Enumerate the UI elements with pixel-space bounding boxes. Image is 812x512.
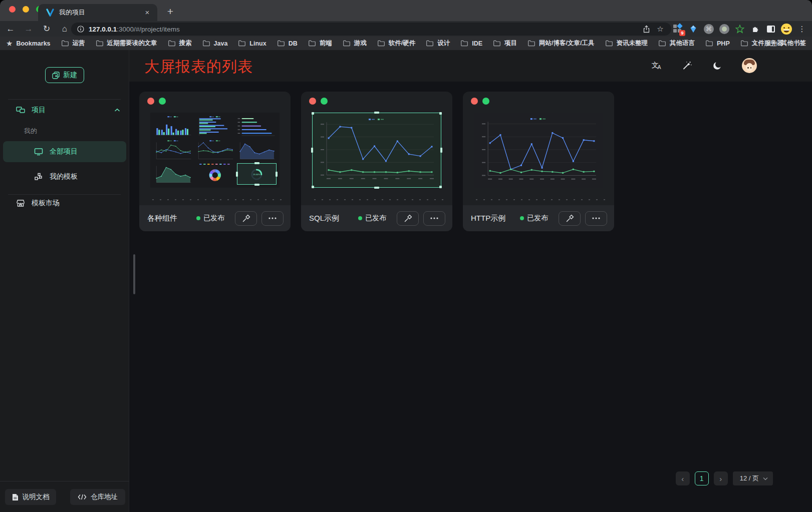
sidebar-item-all-projects[interactable]: 全部项目 [3,141,126,162]
record-extension-icon[interactable] [718,23,730,35]
bookmarks-divider [764,40,764,48]
bookmark-folder[interactable]: 设计 [426,39,450,48]
scrollbar-thumb[interactable] [133,254,135,294]
new-project-button[interactable]: 新建 [45,67,84,83]
bookmark-label: 游戏 [354,39,367,48]
bookmark-label: 近期需要读的文章 [107,39,157,48]
bookmark-folder[interactable]: 项目 [493,39,517,48]
edit-project-button[interactable] [235,211,257,226]
sidebar-item-my-templates[interactable]: 我的模板 [3,166,126,187]
edit-project-button[interactable] [397,211,419,226]
dark-mode-moon-icon[interactable] [711,60,723,72]
bookmark-folder[interactable]: 网站/博客/文章/工具 [527,39,594,48]
prev-page-button[interactable]: ‹ [676,471,690,485]
card-red-dot [471,98,478,105]
command-extension-icon[interactable]: ⌘ [703,23,715,35]
project-card[interactable]: SQL示例 已发布 [301,92,452,231]
other-bookmarks[interactable]: 其他书签 [769,39,806,48]
extensions-row: 9 ⌘ ⋮ [672,22,808,36]
repo-button[interactable]: 仓库地址 [70,489,125,505]
url-host: 127.0.0.1 [89,26,117,33]
edit-project-button[interactable] [559,211,581,226]
bookmark-folder[interactable]: DB [277,40,298,47]
pagination: ‹ 1 › 12 / 页 [676,471,773,485]
folder-icon [493,40,501,47]
folder-icon [769,40,777,47]
theme-wand-button[interactable] [681,60,693,72]
bookmark-folder[interactable]: IDE [460,40,482,47]
extensions-puzzle-icon[interactable] [749,23,761,35]
more-actions-button[interactable] [423,211,445,226]
gem-extension-icon[interactable] [687,23,699,35]
back-button[interactable]: ← [3,23,18,36]
copy-plus-icon [52,72,60,79]
bookmark-folder[interactable]: 资讯未整理 [605,39,648,48]
bookmark-label: 运营 [73,39,85,48]
bookmark-star-icon[interactable]: ☆ [653,23,667,35]
folder-icon [705,40,713,47]
project-card[interactable]: 25.00% 各种组件 已发布 [139,92,291,231]
card-green-dot [159,98,166,105]
more-actions-button[interactable] [261,211,284,226]
bookmark-label: Java [214,40,228,47]
bookmarks-manager-item[interactable]: ★ Bookmarks [6,39,51,48]
mini-chart-vbars [153,116,193,137]
profile-avatar[interactable] [780,23,792,35]
sidebar-group-projects[interactable]: 项目 [0,100,129,120]
bookmark-folder[interactable]: Java [202,40,228,47]
bookmark-folder[interactable]: 其他语言 [658,39,695,48]
project-card[interactable]: HTTP示例 已发布 [463,92,614,231]
divider [8,99,121,100]
page-size-select[interactable]: 12 / 页 [733,471,773,485]
dotted-separator [471,198,606,200]
green-star-extension-icon[interactable] [734,23,746,35]
card-red-dot [309,98,316,105]
bookmark-folder[interactable]: 游戏 [343,39,367,48]
browser-menu-icon[interactable]: ⋮ [796,23,808,35]
sidebar-item-template-market[interactable]: 模板市场 [0,193,129,213]
home-button[interactable]: ⌂ [57,23,72,36]
sidebar-item-label: 全部项目 [50,147,78,156]
language-toggle-button[interactable]: 文A [650,60,662,72]
bookmark-folder[interactable]: Linux [238,40,266,47]
close-window-button[interactable] [9,6,16,13]
more-actions-button[interactable] [585,211,607,226]
mini-chart-hbars [195,116,235,137]
hammer-icon [404,214,412,223]
docs-button[interactable]: 说明文档 [5,489,56,505]
site-favicon [46,9,54,17]
bookmarks-overflow-chevron[interactable]: » [751,40,759,48]
bookmark-label: 设计 [437,39,450,48]
bookmark-folder[interactable]: 近期需要读的文章 [96,39,157,48]
share-icon[interactable] [639,23,653,35]
bookmark-folder[interactable]: 搜索 [168,39,192,48]
bookmark-folder[interactable]: 软件/硬件 [377,39,415,48]
current-page-button[interactable]: 1 [695,471,709,485]
bookmark-label: 搜索 [179,39,192,48]
project-card-list: 25.00% 各种组件 已发布 SQL示例 [139,92,614,231]
forward-button[interactable]: → [21,23,36,36]
side-panel-icon[interactable] [765,23,777,35]
mini-chart-donut [195,163,235,185]
bookmark-folder[interactable]: 前端 [308,39,332,48]
grid-diamond-extension-icon[interactable]: 9 [672,23,684,35]
next-page-button[interactable]: › [714,471,728,485]
bookmarks-bar: ★ Bookmarks 运营近期需要读的文章搜索JavaLinuxDB前端游戏软… [0,37,812,50]
new-tab-button[interactable]: + [163,5,177,19]
reload-button[interactable]: ↻ [39,23,54,36]
browser-tab[interactable]: 我的项目 × [38,4,157,21]
minimize-window-button[interactable] [23,6,29,13]
bookmark-label: PHP [717,40,730,47]
bookmark-folder[interactable]: PHP [705,40,730,47]
address-bar[interactable]: 127.0.0.1:3000/#/project/items ☆ [71,23,671,36]
dotted-separator [147,198,283,200]
user-avatar[interactable] [742,58,757,73]
folder-icon [527,40,535,47]
sidebar-owner-label: 我的 [24,127,37,136]
status-badge: 已发布 [196,214,224,223]
folder-icon [460,40,468,47]
hammer-icon [566,214,574,223]
template-blocks-icon [34,172,43,181]
bookmark-folder[interactable]: 运营 [61,39,85,48]
tab-close-button[interactable]: × [142,8,152,18]
